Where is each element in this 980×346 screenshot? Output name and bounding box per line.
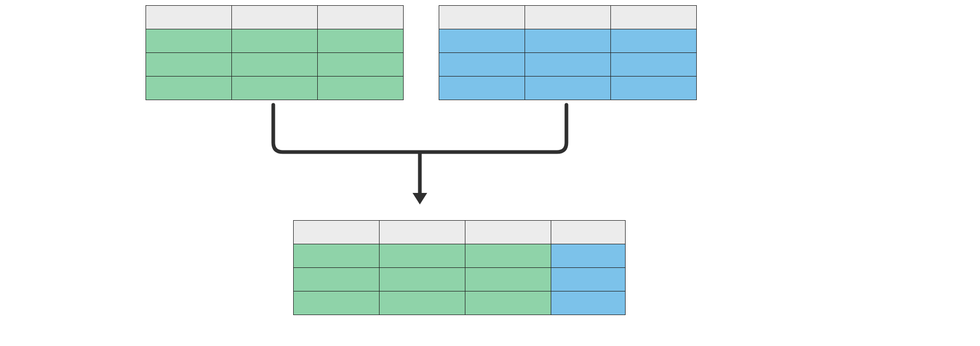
table-row: [146, 29, 404, 53]
table-row: [146, 77, 404, 100]
table-header-row: [439, 6, 697, 29]
body-cell: [146, 29, 232, 53]
body-cell: [611, 77, 697, 100]
body-cell: [465, 244, 551, 268]
arrow-path: [273, 105, 566, 204]
header-cell: [611, 6, 697, 29]
body-cell: [146, 77, 232, 100]
body-cell: [146, 53, 232, 77]
table-row: [294, 291, 626, 315]
header-cell: [439, 6, 525, 29]
header-cell: [232, 6, 318, 29]
source-table-right: [439, 5, 697, 100]
table-header-row: [146, 6, 404, 29]
header-cell: [465, 221, 551, 244]
table-row: [439, 53, 697, 77]
body-cell: [232, 53, 318, 77]
arrow-head-icon: [413, 193, 427, 204]
body-cell: [294, 291, 380, 315]
body-cell: [551, 244, 626, 268]
body-cell: [232, 29, 318, 53]
body-cell: [380, 244, 465, 268]
result-table: [293, 220, 626, 315]
body-cell: [465, 268, 551, 291]
table-row: [439, 29, 697, 53]
body-cell: [611, 53, 697, 77]
table-row: [439, 77, 697, 100]
body-cell: [551, 268, 626, 291]
header-cell: [294, 221, 380, 244]
body-cell: [525, 29, 611, 53]
body-cell: [294, 268, 380, 291]
body-cell: [551, 291, 626, 315]
body-cell: [525, 53, 611, 77]
body-cell: [439, 53, 525, 77]
diagram-canvas: [0, 0, 980, 346]
body-cell: [611, 29, 697, 53]
body-cell: [294, 244, 380, 268]
table-header-row: [294, 221, 626, 244]
header-cell: [525, 6, 611, 29]
header-cell: [380, 221, 465, 244]
body-cell: [525, 77, 611, 100]
header-cell: [146, 6, 232, 29]
body-cell: [439, 77, 525, 100]
source-table-left: [146, 5, 404, 100]
body-cell: [318, 29, 404, 53]
body-cell: [380, 291, 465, 315]
table-row: [294, 244, 626, 268]
header-cell: [318, 6, 404, 29]
body-cell: [318, 77, 404, 100]
table-row: [294, 268, 626, 291]
body-cell: [380, 268, 465, 291]
header-cell: [551, 221, 626, 244]
body-cell: [465, 291, 551, 315]
body-cell: [232, 77, 318, 100]
body-cell: [439, 29, 525, 53]
body-cell: [318, 53, 404, 77]
table-row: [146, 53, 404, 77]
